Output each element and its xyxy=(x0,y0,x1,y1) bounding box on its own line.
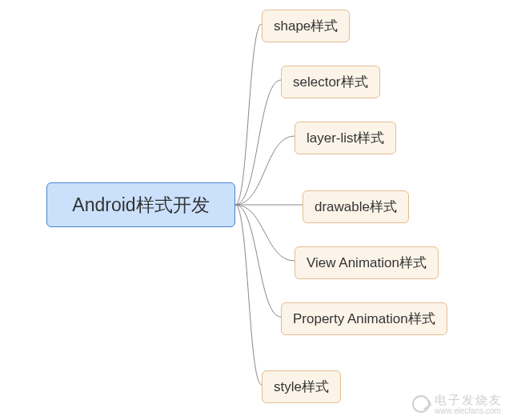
connector-path xyxy=(235,205,295,261)
watermark-title: 电子发烧友 xyxy=(435,394,503,407)
connector-path xyxy=(235,205,262,385)
child-label-4: View Animation样式 xyxy=(307,255,427,270)
connector-path xyxy=(235,136,295,205)
child-label-3: drawable样式 xyxy=(315,199,397,214)
child-label-2: layer-list样式 xyxy=(307,130,384,146)
child-label-1: selector样式 xyxy=(293,74,368,90)
child-label-6: style样式 xyxy=(274,379,329,394)
connector-path xyxy=(235,205,281,317)
connector-path xyxy=(235,24,262,205)
root-node: Android样式开发 xyxy=(46,182,235,227)
child-node-2: layer-list样式 xyxy=(295,122,396,154)
child-node-1: selector样式 xyxy=(281,66,380,98)
connector-path xyxy=(235,80,281,205)
child-node-6: style样式 xyxy=(262,370,341,403)
root-label: Android样式开发 xyxy=(72,193,209,218)
child-label-5: Property Animation样式 xyxy=(293,311,435,326)
child-node-3: drawable样式 xyxy=(303,190,409,223)
watermark-logo-icon xyxy=(412,395,430,413)
child-node-5: Property Animation样式 xyxy=(281,302,447,335)
watermark: 电子发烧友 www.elecfans.com xyxy=(412,394,503,416)
watermark-url: www.elecfans.com xyxy=(435,406,503,415)
child-node-0: shape样式 xyxy=(262,10,350,42)
child-node-4: View Animation样式 xyxy=(295,246,439,279)
child-label-0: shape样式 xyxy=(274,18,338,34)
